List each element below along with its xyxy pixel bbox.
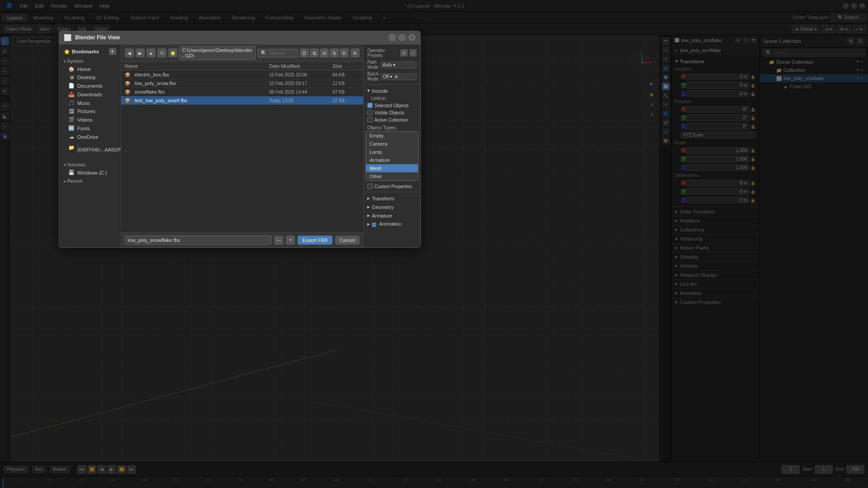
downloads-label: Downloads: [77, 92, 102, 97]
onedrive-icon: ☁: [68, 134, 75, 140]
custom-properties-label: Custom Properties: [375, 184, 412, 189]
type-other[interactable]: Other: [366, 172, 418, 180]
dialog-overlay[interactable]: ⬜ Blender File View ─ □ ✕ ⭐ Bookmarks + …: [0, 0, 868, 488]
file-view-dialog: ⬜ Blender File View ─ □ ✕ ⭐ Bookmarks + …: [59, 31, 421, 248]
sort-btn[interactable]: ⇅: [330, 48, 339, 57]
armature-options-label: Armature: [372, 213, 392, 218]
col-header-size[interactable]: Size: [332, 63, 360, 69]
desktop-icon: 🖥: [68, 75, 75, 80]
operator-presets-label: Operator Presets: [367, 48, 398, 58]
dialog-close[interactable]: ✕: [408, 34, 416, 41]
place-network[interactable]: 📁 :{645FF040-...AA002F954E}: [59, 141, 121, 154]
selected-objects-label: Selected Objects: [375, 103, 409, 108]
path-mode-row: Path Mode Auto ▾: [364, 59, 420, 71]
object-types-dropdown: Empty Camera Lamp Armature Mesh Other: [365, 131, 418, 181]
place-pictures[interactable]: 🖼 Pictures: [59, 107, 121, 115]
dialog-right-panel: ◀ ▶ ▲ ↻ ⭐ C:\Users\janoc\Desktop\blender…: [121, 44, 363, 247]
custom-properties-checkbox[interactable]: Custom Properties: [364, 183, 420, 190]
grid-view-btn[interactable]: ⊞: [310, 48, 319, 57]
dialog-maximize[interactable]: □: [398, 34, 406, 41]
filter-btn[interactable]: ⚙: [340, 48, 349, 57]
cancel-button[interactable]: Cancel: [335, 236, 360, 245]
col-header-date[interactable]: Date Modified: [269, 63, 332, 69]
path-mode-value[interactable]: Auto ▾: [380, 62, 417, 68]
dialog-title-icon: ⬜: [64, 34, 71, 41]
documents-label: Documents: [77, 83, 103, 89]
file-item-snowflake[interactable]: 📦 snowflake.fbx 08 Feb 2025 14:44 67 KB: [121, 88, 363, 96]
plus-btn[interactable]: +: [286, 236, 295, 245]
col-header-name[interactable]: Name: [125, 63, 269, 69]
file-item-low-poly-snow[interactable]: 📦 low_poly_snow.fbx 10 Feb 2025 09:17 12…: [121, 79, 363, 88]
type-lamp[interactable]: Lamp: [366, 148, 418, 156]
settings-btn[interactable]: ⚙: [351, 48, 360, 57]
fonts-icon: 🔤: [68, 125, 75, 131]
dialog-window-controls: ─ □ ✕: [389, 34, 416, 41]
type-mesh[interactable]: Mesh: [366, 164, 418, 172]
custom-properties-check: [367, 184, 373, 189]
path-input[interactable]: C:\Users\janoc\Desktop\blender - GD\: [179, 46, 256, 60]
presets-add-btn[interactable]: +: [400, 49, 408, 57]
up-btn[interactable]: ▲: [147, 48, 156, 57]
volumes-section-toggle[interactable]: Volumes: [59, 161, 121, 168]
batch-mode-value[interactable]: Off ▾ ⚙: [380, 73, 417, 80]
network-sub: ···: [59, 154, 121, 161]
filename-input[interactable]: [125, 236, 272, 245]
active-collection-label: Active Collection: [375, 118, 408, 123]
dialog-title-text: Blender File View: [75, 34, 120, 41]
file-list: 📦 electric_box.fbx 10 Feb 2025 20:06 69 …: [121, 71, 363, 232]
forward-btn[interactable]: ▶: [136, 48, 145, 57]
file-name-4: test_low_poly_snwrf.fbx: [135, 98, 269, 103]
bookmark-btn[interactable]: ⭐: [168, 48, 177, 57]
search-input[interactable]: 🔍 Search: [257, 49, 298, 57]
place-onedrive[interactable]: ☁ OneDrive: [59, 133, 121, 141]
file-list-header: Name Date Modified Size: [121, 62, 363, 71]
presets-remove-btn[interactable]: −: [409, 49, 417, 57]
geometry-options-section[interactable]: ▸ Geometry: [364, 203, 420, 211]
volume-c[interactable]: 💾 Windows (C:): [59, 168, 121, 177]
place-documents[interactable]: 📄 Documents: [59, 81, 121, 90]
place-music[interactable]: 🎵 Music: [59, 99, 121, 107]
object-types-label: Object Types: [364, 123, 420, 131]
armature-options-section[interactable]: ▸ Armature: [364, 211, 420, 220]
thumbnail-view-btn[interactable]: ⊟: [320, 48, 329, 57]
file-size-2: 12 KB: [332, 81, 360, 86]
transform-options-section[interactable]: ▸ Transform: [364, 194, 420, 203]
place-home[interactable]: 🏠 Home: [59, 65, 121, 73]
batch-mode-row: Batch Mode Off ▾ ⚙: [364, 71, 420, 82]
music-label: Music: [77, 100, 90, 106]
file-item-electric-box[interactable]: 📦 electric_box.fbx 10 Feb 2025 20:06 69 …: [121, 71, 363, 79]
back-btn[interactable]: ◀: [125, 48, 134, 57]
recent-section-toggle[interactable]: Recent: [59, 177, 121, 185]
windows-drive-icon: 💾: [68, 170, 75, 175]
file-size-1: 69 KB: [332, 72, 360, 77]
fbx-icon-1: 📦: [125, 72, 132, 77]
place-fonts[interactable]: 🔤 Fonts: [59, 124, 121, 133]
dialog-left-panel: ⭐ Bookmarks + System 🏠 Home 🖥 Desktop 📄 …: [59, 44, 121, 247]
add-bookmark-btn[interactable]: +: [109, 48, 116, 55]
export-fbx-button[interactable]: Export FBX: [298, 236, 332, 245]
place-desktop[interactable]: 🖥 Desktop: [59, 73, 121, 81]
place-videos[interactable]: 🎬 Videos: [59, 115, 121, 124]
active-collection-checkbox[interactable]: Active Collection: [364, 116, 420, 123]
list-view-btn[interactable]: ☰: [300, 48, 309, 57]
selected-objects-checkbox[interactable]: ✓ Selected Objects: [364, 102, 420, 109]
dialog-body: ⭐ Bookmarks + System 🏠 Home 🖥 Desktop 📄 …: [59, 44, 420, 247]
search-text: Search: [269, 50, 285, 56]
type-empty[interactable]: Empty: [366, 132, 418, 140]
dialog-minimize[interactable]: ─: [389, 34, 396, 41]
home-label: Home: [77, 66, 90, 72]
refresh-btn[interactable]: ↻: [157, 48, 166, 57]
operator-presets-row: Operator Presets + −: [364, 47, 420, 59]
file-size-3: 67 KB: [332, 90, 360, 95]
file-item-test-low-poly[interactable]: 📦 test_low_poly_snwrf.fbx Today 10:02 12…: [121, 96, 363, 105]
include-section-toggle[interactable]: ▾ Include: [364, 86, 420, 95]
search-icon: 🔍: [261, 50, 267, 56]
minus-btn[interactable]: ─: [274, 236, 283, 245]
bookmarks-header: ⭐ Bookmarks +: [59, 46, 121, 57]
type-camera[interactable]: Camera: [366, 140, 418, 148]
place-downloads[interactable]: 📥 Downloads: [59, 90, 121, 99]
animation-options-section[interactable]: ▸ Animation: [364, 220, 420, 228]
type-armature[interactable]: Armature: [366, 156, 418, 164]
system-section-toggle[interactable]: System: [59, 57, 121, 65]
visible-objects-checkbox[interactable]: Visible Objects: [364, 109, 420, 116]
